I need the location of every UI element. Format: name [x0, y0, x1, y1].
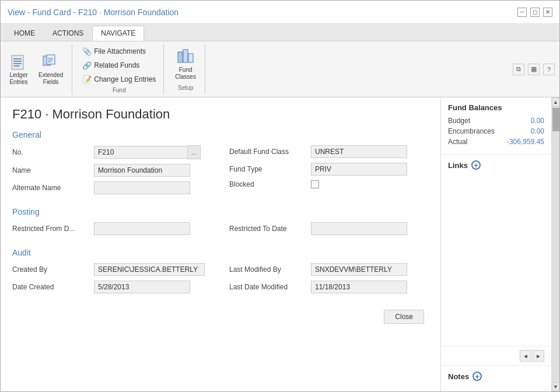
name-input[interactable] [94, 164, 190, 177]
last-modified-by-field: Last Modified By [229, 263, 429, 276]
no-input[interactable] [94, 146, 187, 159]
file-attachments-button[interactable]: 📎 File Attachments [79, 45, 149, 58]
no-field: No. ... [12, 145, 212, 159]
actual-value: -306,959.45 [507, 138, 544, 146]
ledger-entries-button[interactable]: LedgerEntries [5, 50, 32, 89]
scroll-thumb [552, 108, 559, 131]
restricted-from-field: Restricted From D... [12, 222, 212, 235]
extended-fields-button[interactable]: ExtendedFields [34, 50, 67, 89]
audit-fields: Created By Date Created Last Modified By [12, 263, 429, 298]
audit-left: Created By Date Created [12, 263, 212, 298]
encumbrances-label: Encumbrances [448, 127, 495, 135]
restore-button[interactable]: ◻ [530, 8, 540, 17]
links-section: Links + [441, 155, 551, 346]
fund-type-field: Fund Type [229, 163, 429, 176]
notes-section: Notes + [441, 365, 551, 391]
no-lookup-button[interactable]: ... [187, 145, 201, 159]
related-funds-button[interactable]: 🔗 Related Funds [79, 59, 142, 72]
default-fund-class-label: Default Fund Class [229, 148, 305, 156]
fund-balances-section: Fund Balances Budget 0.00 Encumbrances 0… [441, 97, 551, 155]
fund-type-label: Fund Type [229, 165, 305, 173]
encumbrances-value: 0.00 [531, 127, 544, 135]
svg-rect-6 [47, 55, 55, 64]
tab-actions[interactable]: ACTIONS [44, 26, 92, 41]
scroll-down-arrow[interactable]: ▼ [552, 382, 560, 391]
change-log-button[interactable]: 📝 Change Log Entries [79, 73, 159, 86]
ledger-entries-label: LedgerEntries [9, 72, 27, 86]
blocked-checkbox[interactable] [311, 180, 319, 188]
restricted-from-input[interactable] [94, 222, 190, 235]
sidebar: Fund Balances Budget 0.00 Encumbrances 0… [440, 97, 551, 391]
created-by-input[interactable] [94, 263, 205, 276]
name-field: Name [12, 164, 212, 177]
ribbon-tabs: HOME ACTIONS NAVIGATE [1, 24, 559, 41]
layout-icon[interactable]: ▦ [528, 64, 540, 75]
change-log-icon: 📝 [82, 75, 92, 84]
created-by-label: Created By [12, 265, 88, 274]
fund-group: 📎 File Attachments 🔗 Related Funds 📝 Cha… [75, 44, 164, 94]
last-date-modified-field: Last Date Modified [229, 281, 429, 293]
main-form: F210 · Morrison Foundation General No. .… [1, 97, 440, 391]
minimize-button[interactable]: ─ [517, 8, 527, 17]
fund-classes-button[interactable]: FundClasses [171, 45, 200, 83]
actual-label: Actual [448, 138, 467, 146]
extended-fields-icon [41, 53, 60, 72]
related-funds-icon: 🔗 [82, 61, 92, 70]
add-link-button[interactable]: + [471, 160, 481, 170]
alternate-name-input[interactable] [94, 181, 190, 194]
ribbon: HOME ACTIONS NAVIGATE [1, 24, 559, 97]
tab-home[interactable]: HOME [5, 26, 44, 41]
fund-balances-title: Fund Balances [448, 103, 502, 112]
name-label: Name [12, 166, 88, 174]
links-header: Links + [448, 160, 544, 170]
nav-prev-button[interactable]: ◄ [520, 350, 531, 362]
encumbrances-row: Encumbrances 0.00 [448, 127, 544, 135]
last-modified-by-input[interactable] [311, 263, 407, 276]
created-by-field: Created By [12, 263, 212, 276]
alternate-name-label: Alternate Name [12, 184, 88, 192]
title-bar: View - Fund Card - F210 · Morrison Found… [1, 1, 559, 24]
last-modified-by-label: Last Modified By [229, 265, 305, 274]
close-window-button[interactable]: ✕ [543, 8, 552, 17]
last-date-modified-input[interactable] [311, 281, 407, 293]
date-created-input[interactable] [94, 281, 190, 293]
blocked-label: Blocked [229, 180, 305, 188]
sidebar-nav-buttons: ◄ ► [441, 346, 551, 365]
window-title: View - Fund Card - F210 · Morrison Found… [8, 8, 178, 17]
window-controls: ─ ◻ ✕ [517, 8, 552, 17]
restricted-to-label: Restricted To Date [229, 225, 305, 233]
right-fields: Default Fund Class Fund Type Blocked [229, 145, 429, 199]
sidebar-area: Fund Balances Budget 0.00 Encumbrances 0… [440, 97, 559, 391]
copy-icon[interactable]: ⧉ [513, 64, 524, 75]
blocked-field: Blocked [229, 180, 429, 188]
scroll-up-arrow[interactable]: ▲ [552, 97, 560, 107]
file-attachments-icon: 📎 [82, 47, 92, 56]
svg-rect-10 [178, 52, 183, 62]
tab-navigate[interactable]: NAVIGATE [92, 26, 144, 41]
date-created-field: Date Created [12, 281, 212, 293]
ribbon-right-controls: ⧉ ▦ ? [513, 64, 555, 75]
help-icon[interactable]: ? [543, 64, 555, 75]
audit-right: Last Modified By Last Date Modified [229, 263, 429, 298]
nav-next-button[interactable]: ► [533, 350, 544, 362]
links-title: Links [448, 161, 468, 170]
restricted-from-label: Restricted From D... [12, 225, 88, 233]
general-section-title: General [12, 130, 429, 139]
svg-rect-12 [188, 54, 193, 62]
posting-section-title: Posting [12, 207, 429, 216]
general-fields: No. ... Name Alternate Name [12, 145, 429, 199]
ledger-entries-icon [9, 53, 28, 72]
add-note-button[interactable]: + [473, 372, 482, 381]
close-button[interactable]: Close [384, 310, 424, 324]
scroll-track[interactable] [552, 107, 560, 382]
fund-buttons: 📎 File Attachments 🔗 Related Funds 📝 Cha… [79, 45, 159, 86]
fund-classes-icon [176, 48, 195, 66]
content-area: F210 · Morrison Foundation General No. .… [1, 97, 559, 391]
default-fund-class-input[interactable] [311, 145, 407, 158]
restricted-to-input[interactable] [311, 222, 407, 235]
extended-fields-label: ExtendedFields [38, 72, 63, 86]
fund-type-input[interactable] [311, 163, 407, 176]
default-fund-class-field: Default Fund Class [229, 145, 429, 158]
last-date-modified-label: Last Date Modified [229, 283, 305, 291]
date-created-label: Date Created [12, 283, 88, 291]
